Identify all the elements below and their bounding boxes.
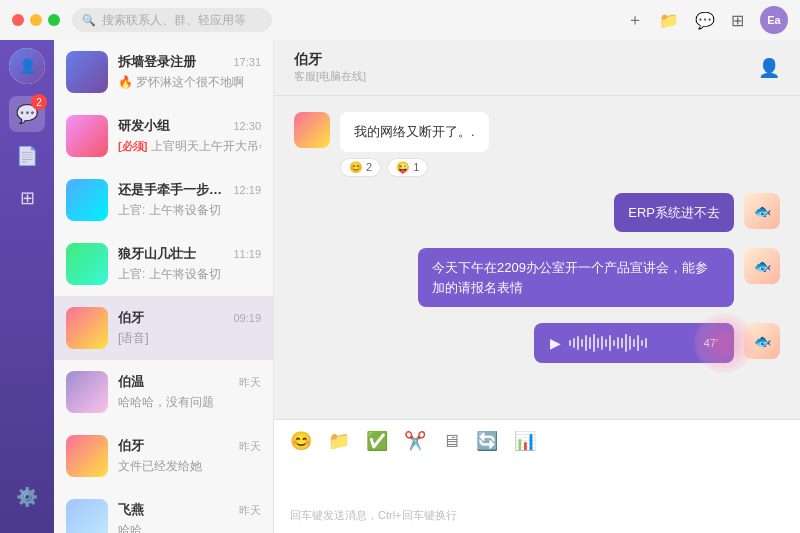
voice-message-content: ▶	[534, 323, 734, 363]
chat-badge: 2	[31, 94, 47, 110]
task-icon[interactable]: ✅	[366, 430, 388, 452]
voice-duration: 47'	[704, 337, 718, 349]
sidebar-item-apps[interactable]: ⊞	[9, 180, 45, 216]
contact-name: 拆墙登录注册	[118, 53, 196, 71]
sidebar-bottom: ⚙️	[9, 479, 45, 521]
main-layout: 👤 💬 2 📄 ⊞ ⚙️ 拆墙登录注册 17:31 🔥 罗怀淋这个很不	[0, 40, 800, 533]
contact-last-message: 文件已经发给她	[118, 458, 261, 475]
cut-icon[interactable]: ✂️	[404, 430, 426, 452]
grid-apps-icon: ⊞	[20, 187, 35, 209]
screen-icon[interactable]: 🖥	[442, 431, 460, 452]
contact-avatar	[66, 51, 108, 93]
contact-last-message: 上官: 上午将设备切	[118, 266, 261, 283]
contact-info: 伯牙 昨天 文件已经发给她	[118, 437, 261, 475]
contact-avatar	[66, 435, 108, 477]
contact-time: 昨天	[239, 375, 261, 390]
contact-list-item[interactable]: 伯牙 昨天 文件已经发给她	[54, 424, 273, 488]
tag-label: [必须]	[118, 139, 147, 154]
message-content: 我的网络又断开了。. 😊 2 😜 1	[340, 112, 489, 177]
contact-list-item[interactable]: 拆墙登录注册 17:31 🔥 罗怀淋这个很不地啊	[54, 40, 273, 104]
grid-icon[interactable]: ⊞	[731, 11, 744, 30]
profile-icon[interactable]: 👤	[758, 57, 780, 79]
chat-icon[interactable]: 💬	[695, 11, 715, 30]
message-preview: 🔥 罗怀淋这个很不地啊	[118, 74, 244, 91]
contact-list-item[interactable]: 伯温 昨天 哈哈哈，没有问题	[54, 360, 273, 424]
file-icon[interactable]: 📁	[328, 430, 350, 452]
search-icon: 🔍	[82, 14, 96, 27]
contact-name: 还是手牵手一步…	[118, 181, 222, 199]
folder-icon[interactable]: 📁	[659, 11, 679, 30]
titlebar: 🔍 搜索联系人、群、轻应用等 ＋ 📁 💬 ⊞ Ea	[0, 0, 800, 40]
chat-subtitle: 客服[电脑在线]	[294, 69, 758, 84]
files-icon: 📄	[16, 145, 38, 167]
close-button[interactable]	[12, 14, 24, 26]
reaction-tongue[interactable]: 😜 1	[387, 158, 428, 177]
message-row: 🐟 今天下午在2209办公室开一个产品宣讲会，能参加的请报名表情	[294, 248, 780, 307]
message-input[interactable]	[290, 460, 784, 500]
input-area: 😊 📁 ✅ ✂️ 🖥 🔄 📊 回车键发送消息，Ctrl+回车键换行	[274, 419, 800, 533]
contact-last-message: 上官: 上午将设备切	[118, 202, 261, 219]
message-preview: [语音]	[118, 330, 149, 347]
contact-name-row: 飞燕 昨天	[118, 501, 261, 519]
add-icon[interactable]: ＋	[627, 10, 643, 31]
sidebar-item-files[interactable]: 📄	[9, 138, 45, 174]
refresh-icon[interactable]: 🔄	[476, 430, 498, 452]
contact-info: 狼牙山几壮士 11:19 上官: 上午将设备切	[118, 245, 261, 283]
message-content: ERP系统进不去	[614, 193, 734, 233]
avatar: 🐟	[744, 323, 780, 359]
contact-list-item[interactable]: 伯牙 09:19 [语音]	[54, 296, 273, 360]
user-avatar[interactable]: Ea	[760, 6, 788, 34]
contact-list-item[interactable]: 还是手牵手一步… 12:19 上官: 上午将设备切	[54, 168, 273, 232]
emoji-icon[interactable]: 😊	[290, 430, 312, 452]
message-preview: 哈哈	[118, 522, 142, 533]
contact-list-item[interactable]: 飞燕 昨天 哈哈	[54, 488, 273, 533]
contact-time: 昨天	[239, 503, 261, 518]
contact-name: 飞燕	[118, 501, 144, 519]
message-reactions: 😊 2 😜 1	[340, 158, 489, 177]
contact-name: 狼牙山几壮士	[118, 245, 196, 263]
message-bubble: 今天下午在2209办公室开一个产品宣讲会，能参加的请报名表情	[418, 248, 734, 307]
message-row: 我的网络又断开了。. 😊 2 😜 1	[294, 112, 780, 177]
chat-title-info: 伯牙 客服[电脑在线]	[294, 51, 758, 84]
contact-name: 伯温	[118, 373, 144, 391]
message-preview: 上官明天上午开大吊会	[151, 138, 261, 155]
chart-icon[interactable]: 📊	[514, 430, 536, 452]
contact-info: 飞燕 昨天 哈哈	[118, 501, 261, 533]
avatar	[294, 112, 330, 148]
chat-header: 伯牙 客服[电脑在线] 👤	[274, 40, 800, 96]
contact-info: 拆墙登录注册 17:31 🔥 罗怀淋这个很不地啊	[118, 53, 261, 91]
contact-last-message: [必须] 上官明天上午开大吊会 2	[118, 138, 261, 155]
contact-time: 昨天	[239, 439, 261, 454]
message-preview: 哈哈哈，没有问题	[118, 394, 214, 411]
contact-name-row: 伯牙 09:19	[118, 309, 261, 327]
input-toolbar: 😊 📁 ✅ ✂️ 🖥 🔄 📊	[290, 430, 784, 452]
play-icon[interactable]: ▶	[550, 335, 561, 351]
contact-name: 伯牙	[118, 437, 144, 455]
minimize-button[interactable]	[30, 14, 42, 26]
contact-name-row: 还是手牵手一步… 12:19	[118, 181, 261, 199]
contact-avatar	[66, 179, 108, 221]
maximize-button[interactable]	[48, 14, 60, 26]
chat-title: 伯牙	[294, 51, 758, 69]
contact-info: 还是手牵手一步… 12:19 上官: 上午将设备切	[118, 181, 261, 219]
contact-time: 17:31	[233, 56, 261, 68]
sidebar-item-settings[interactable]: ⚙️	[9, 479, 45, 515]
input-hint: 回车键发送消息，Ctrl+回车键换行	[290, 508, 784, 523]
contact-name: 伯牙	[118, 309, 144, 327]
avatar: 🐟	[744, 193, 780, 229]
search-bar[interactable]: 🔍 搜索联系人、群、轻应用等	[72, 8, 272, 32]
chat-header-actions: 👤	[758, 57, 780, 79]
contact-last-message: 哈哈	[118, 522, 261, 533]
sidebar-profile-avatar[interactable]: 👤	[9, 48, 45, 84]
contact-list-item[interactable]: 研发小组 12:30 [必须] 上官明天上午开大吊会 2	[54, 104, 273, 168]
voice-message-bubble[interactable]: ▶	[534, 323, 734, 363]
sidebar-item-chat[interactable]: 💬 2	[9, 96, 45, 132]
contact-list: 拆墙登录注册 17:31 🔥 罗怀淋这个很不地啊 研发小组 12:30 [必须]…	[54, 40, 274, 533]
message-content: 今天下午在2209办公室开一个产品宣讲会，能参加的请报名表情	[418, 248, 734, 307]
contact-avatar	[66, 371, 108, 413]
contact-info: 研发小组 12:30 [必须] 上官明天上午开大吊会 2	[118, 117, 261, 155]
reaction-smile[interactable]: 😊 2	[340, 158, 381, 177]
search-placeholder: 搜索联系人、群、轻应用等	[102, 12, 246, 29]
contact-list-item[interactable]: 狼牙山几壮士 11:19 上官: 上午将设备切	[54, 232, 273, 296]
message-row: 🐟 ▶	[294, 323, 780, 363]
